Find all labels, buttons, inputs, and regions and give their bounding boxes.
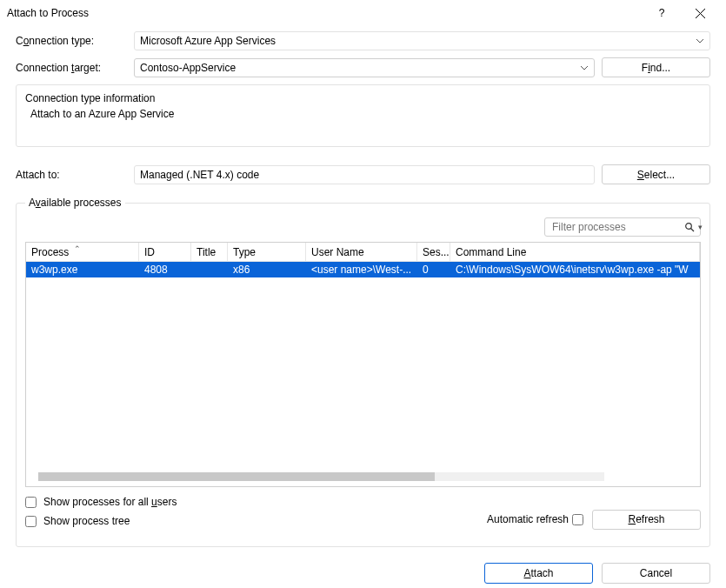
column-type[interactable]: Type — [228, 243, 306, 261]
horizontal-scrollbar[interactable] — [38, 472, 604, 481]
connection-type-dropdown[interactable]: Microsoft Azure App Services — [134, 31, 710, 50]
table-row[interactable]: w3wp.exe 4808 x86 <user name>\West-... 0… — [26, 262, 700, 277]
dialog-title: Attach to Process — [7, 7, 643, 19]
attach-to-label: Attach to: — [16, 169, 134, 181]
automatic-refresh-input[interactable] — [572, 514, 583, 525]
caret-down-icon: ▾ — [698, 223, 703, 231]
grid-header: Process⌃ ID Title Type User Name Ses... … — [26, 243, 700, 262]
select-button[interactable]: Select... — [602, 164, 710, 184]
attach-to-field: Managed (.NET 4.x) code — [134, 165, 595, 184]
help-icon: ? — [659, 7, 665, 19]
cell-process: w3wp.exe — [26, 264, 139, 276]
connection-type-info: Connection type information Attach to an… — [16, 84, 710, 147]
sort-caret-icon: ⌃ — [74, 244, 81, 253]
cell-user: <user name>\West-... — [306, 264, 417, 276]
attach-button[interactable]: Attach — [484, 563, 593, 584]
show-all-users-input[interactable] — [25, 497, 37, 508]
attach-to-value: Managed (.NET 4.x) code — [140, 169, 259, 181]
scrollbar-thumb[interactable] — [38, 472, 435, 481]
cancel-button[interactable]: Cancel — [602, 563, 710, 584]
search-icon — [684, 222, 695, 232]
cell-cmd: C:\Windows\SysWOW64\inetsrv\w3wp.exe -ap… — [450, 264, 700, 276]
svg-point-2 — [686, 224, 692, 230]
connection-target-value: Contoso-AppService — [140, 62, 236, 74]
chevron-down-icon — [696, 38, 704, 43]
show-process-tree-input[interactable] — [25, 516, 37, 527]
show-process-tree-checkbox[interactable]: Show process tree — [25, 515, 487, 527]
process-grid[interactable]: Process⌃ ID Title Type User Name Ses... … — [25, 242, 701, 487]
svg-line-3 — [691, 229, 695, 232]
connection-type-label: Connection type: — [16, 35, 134, 47]
column-title[interactable]: Title — [191, 243, 228, 261]
available-processes-legend: Available processes — [25, 197, 125, 209]
close-icon — [696, 9, 705, 18]
help-button[interactable]: ? — [643, 0, 681, 26]
column-user[interactable]: User Name — [306, 243, 417, 261]
filter-processes-input[interactable]: ▾ — [544, 217, 701, 237]
info-title: Connection type information — [25, 92, 701, 104]
cell-session: 0 — [417, 264, 450, 276]
cell-id: 4808 — [139, 264, 191, 276]
connection-target-label: Connection target: — [16, 62, 134, 74]
connection-target-dropdown[interactable]: Contoso-AppService — [134, 58, 595, 77]
column-session[interactable]: Ses... — [417, 243, 450, 261]
automatic-refresh-checkbox[interactable]: Automatic refresh — [487, 513, 583, 525]
column-id[interactable]: ID — [139, 243, 191, 261]
connection-type-value: Microsoft Azure App Services — [140, 35, 276, 47]
show-all-users-checkbox[interactable]: Show processes for all users — [25, 496, 487, 508]
column-cmd[interactable]: Command Line — [450, 243, 700, 261]
close-button[interactable] — [681, 0, 719, 26]
refresh-button[interactable]: Refresh — [592, 510, 701, 530]
find-button[interactable]: Find... — [602, 57, 710, 77]
filter-input-field[interactable] — [550, 220, 684, 234]
cell-type: x86 — [228, 264, 306, 276]
info-line: Attach to an Azure App Service — [25, 108, 701, 120]
column-process[interactable]: Process⌃ — [26, 243, 139, 261]
chevron-down-icon — [580, 65, 589, 70]
